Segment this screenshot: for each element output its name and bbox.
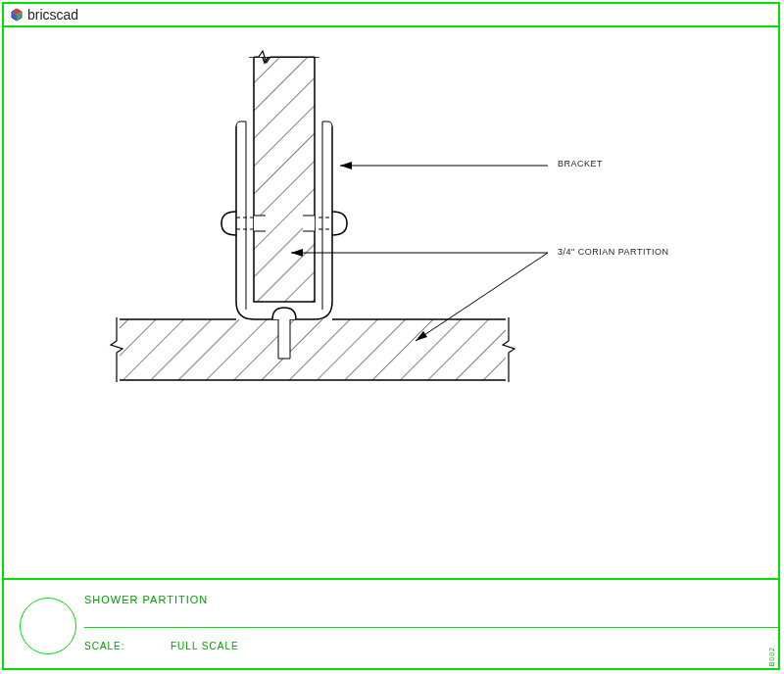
detail-circle [20, 598, 76, 654]
svg-rect-6 [254, 57, 315, 302]
svg-rect-26 [278, 319, 290, 359]
svg-rect-15 [303, 216, 315, 231]
svg-rect-24 [110, 317, 120, 382]
bricscad-icon [10, 8, 24, 22]
header-bar: bricscad [4, 4, 778, 27]
title-underline [84, 627, 780, 628]
scale-label: SCALE: [84, 641, 125, 651]
drawing-title: SHOWER PARTITION [84, 594, 208, 605]
app-frame: bricscad [2, 2, 780, 670]
app-name: bricscad [27, 7, 78, 23]
drawing-canvas[interactable]: BRACKET 3/4" CORIAN PARTITION [4, 27, 778, 584]
app-logo: bricscad [10, 7, 78, 23]
sheet-tag: B002 [768, 647, 775, 666]
title-block: SHOWER PARTITION SCALE: FULL SCALE B002 [4, 578, 778, 668]
svg-rect-14 [254, 216, 266, 231]
annotation-bracket: BRACKET [558, 159, 603, 168]
svg-marker-31 [340, 162, 352, 169]
annotation-partition: 3/4" CORIAN PARTITION [558, 247, 668, 257]
svg-rect-20 [117, 319, 509, 380]
scale-value: FULL SCALE [171, 641, 239, 651]
